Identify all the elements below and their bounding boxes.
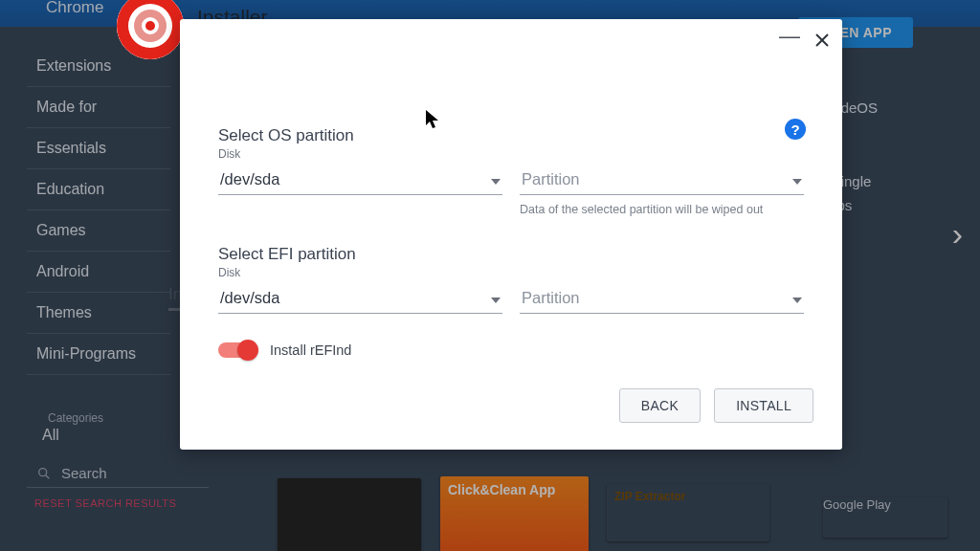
os-partition-select[interactable]: Partition <box>520 166 804 195</box>
search-placeholder: Search <box>61 465 107 481</box>
chevron-down-icon <box>792 298 802 303</box>
os-disk-label: Disk <box>218 147 502 161</box>
installer-modal: — ? Select OS partition Disk /dev/sda Pa… <box>180 19 842 450</box>
app-tile[interactable] <box>278 478 421 551</box>
sidebar-item[interactable]: Mini-Programs <box>27 334 170 375</box>
minimize-button[interactable]: — <box>775 27 804 54</box>
sidebar-item[interactable]: Games <box>27 210 170 252</box>
efi-disk-value: /dev/sda <box>220 289 279 307</box>
svg-line-1 <box>46 474 50 478</box>
refind-toggle[interactable] <box>218 342 256 358</box>
efi-disk-label: Disk <box>218 266 502 279</box>
browser-tab[interactable]: Chrome <box>33 0 117 23</box>
os-disk-select[interactable]: /dev/sda <box>218 166 502 195</box>
chevron-down-icon <box>491 179 501 185</box>
carousel-next-icon[interactable]: › <box>952 215 963 253</box>
chevron-down-icon <box>491 298 501 303</box>
categories-value[interactable]: All <box>42 427 59 444</box>
sidebar-item[interactable]: Made for <box>27 87 170 128</box>
search-icon <box>36 466 52 481</box>
sidebar: Extensions Made for Essentials Education… <box>27 46 170 375</box>
back-button[interactable]: BACK <box>619 388 701 423</box>
refind-label: Install rEFInd <box>270 342 351 358</box>
efi-partition-select[interactable]: Partition <box>520 285 804 314</box>
app-tile[interactable]: Google Play <box>823 497 947 538</box>
reset-search-link[interactable]: RESET SEARCH RESULTS <box>34 497 176 509</box>
close-icon <box>815 33 829 47</box>
categories-label: Categories <box>48 411 103 425</box>
sidebar-item[interactable]: Android <box>27 252 170 293</box>
svg-point-0 <box>39 468 47 475</box>
chevron-down-icon <box>792 179 802 185</box>
efi-section-title: Select EFI partition <box>218 245 804 264</box>
search-input[interactable]: Search <box>27 459 209 488</box>
sidebar-item[interactable]: Themes <box>27 293 170 334</box>
os-section-title: Select OS partition <box>218 126 804 145</box>
sidebar-item[interactable]: Essentials <box>27 128 170 169</box>
close-button[interactable] <box>808 27 836 54</box>
os-disk-value: /dev/sda <box>220 170 279 188</box>
sidebar-item[interactable]: Education <box>27 169 170 210</box>
efi-partition-placeholder: Partition <box>522 289 580 307</box>
right-text: FydeOS nt r single tups s. <box>825 96 959 242</box>
app-tile[interactable]: ZIP Extractor <box>607 484 769 541</box>
os-partition-placeholder: Partition <box>522 170 580 188</box>
wipe-warning: Data of the selected partition will be w… <box>520 203 804 216</box>
efi-disk-select[interactable]: /dev/sda <box>218 285 502 314</box>
app-tile[interactable]: Click&Clean App <box>440 476 589 551</box>
install-button[interactable]: INSTALL <box>714 388 813 423</box>
